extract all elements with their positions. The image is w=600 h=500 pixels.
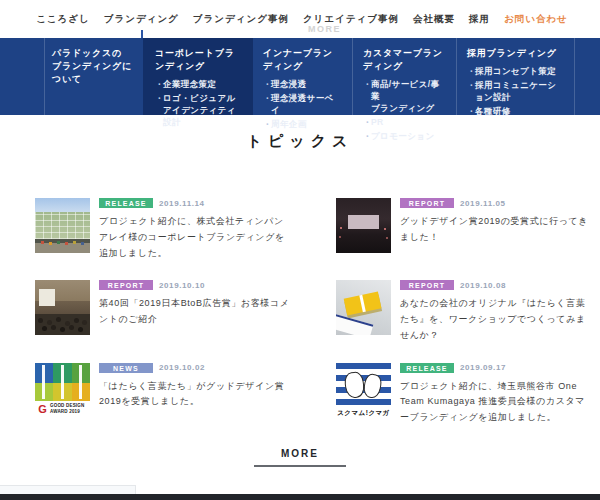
- good-design-award-logo: G GOOD DESIGN AWARD 2019: [37, 402, 90, 417]
- news-body: REPORT 2019.11.05 グッドデザイン賞2019の受賞式に行ってきま…: [400, 198, 592, 246]
- news-item[interactable]: G GOOD DESIGN AWARD 2019 スクマム!クマガヤ REPOR…: [35, 280, 291, 343]
- news-date: 2019.10.02: [159, 363, 205, 372]
- megamenu-item[interactable]: ・ 採用コミュニケーション設計: [467, 80, 564, 104]
- bullet-icon: ・: [467, 106, 475, 118]
- news-thumbnail: G GOOD DESIGN AWARD 2019 スクマム!クマガヤ: [35, 280, 90, 335]
- news-body: REPORT 2019.10.10 第40回「2019日本BtoB広告賞」お客様…: [99, 280, 291, 328]
- bullet-icon: ・: [263, 79, 271, 91]
- news-item[interactable]: G GOOD DESIGN AWARD 2019 スクマム!クマガヤ REPOR…: [336, 280, 592, 343]
- nav-item-label: お問い合わせ: [504, 13, 568, 26]
- megamenu-item[interactable]: ・ 理念浸透: [263, 79, 342, 91]
- megamenu-column-title[interactable]: インナーブランディング: [263, 47, 342, 73]
- bullet-icon: ・: [363, 117, 371, 129]
- news-date: 2019.11.05: [460, 199, 506, 208]
- megamenu-item[interactable]: ・ ロゴ・ビジュアル アイデンティティ設計: [155, 93, 243, 129]
- nav-item-label: 採用: [469, 13, 490, 26]
- bottom-left-panel: [0, 485, 136, 494]
- bullet-icon: ・: [263, 93, 271, 117]
- megamenu-item[interactable]: ・ プロモーション: [363, 131, 446, 143]
- bullet-icon: ・: [263, 119, 271, 131]
- category-badge: REPORT: [400, 280, 454, 290]
- nav-item-6[interactable]: 採用: [469, 0, 490, 38]
- news-item[interactable]: G GOOD DESIGN AWARD 2019 スクマム!クマガヤ RELEA…: [336, 363, 592, 426]
- branding-megamenu: パラドックスの ブランディングについて コーポレートブランディング ・ 企業理念…: [0, 38, 600, 115]
- bullet-icon: ・: [467, 80, 475, 104]
- news-thumbnail: G GOOD DESIGN AWARD 2019 スクマム!クマガヤ: [35, 363, 90, 418]
- megamenu-column: 採用ブランディング ・ 採用コンセプト策定 ・ 採用コミュニケーション設計 ・ …: [457, 38, 575, 115]
- news-item[interactable]: G GOOD DESIGN AWARD 2019 スクマム!クマガヤ REPOR…: [336, 198, 592, 261]
- megamenu-column: カスタマーブランディング ・ 商品/サービス/事業 ブランディング ・ PR ・…: [353, 38, 457, 115]
- megamenu-item[interactable]: ・ 各種研修: [467, 106, 564, 118]
- nav-item-2[interactable]: ブランディング: [104, 0, 179, 38]
- megamenu-item-label: 理念浸透サーベイ: [271, 93, 342, 117]
- megamenu-item-list: ・ 商品/サービス/事業 ブランディング ・ PR ・ プロモーション: [363, 79, 446, 142]
- megamenu-column: パラドックスの ブランディングについて: [45, 38, 143, 115]
- megamenu-column-title[interactable]: 採用ブランディング: [467, 47, 564, 60]
- news-text: 第40回「2019日本BtoB広告賞」お客様コメントのご紹介: [99, 296, 291, 328]
- megamenu-spacer: [0, 38, 45, 115]
- main-nav: こころざし ブランディング ブランディング事例 クリエイティブ事例 会社概要 採…: [0, 0, 600, 38]
- megamenu-column-title[interactable]: コーポレートブランディング: [155, 47, 243, 73]
- nav-item-7[interactable]: お問い合わせ: [504, 0, 568, 38]
- news-thumbnail: G GOOD DESIGN AWARD 2019 スクマム!クマガヤ: [336, 363, 391, 418]
- bullet-icon: ・: [155, 79, 163, 91]
- sukumamu-logo-label: スクマム!クマガヤ: [336, 407, 391, 418]
- top-nav-bar: こころざし ブランディング ブランディング事例 クリエイティブ事例 会社概要 採…: [0, 0, 600, 38]
- megamenu-item[interactable]: ・ 商品/サービス/事業 ブランディング: [363, 79, 446, 115]
- news-item[interactable]: G GOOD DESIGN AWARD 2019 スクマム!クマガヤ NEWS …: [35, 363, 291, 426]
- news-meta: NEWS 2019.10.02: [99, 363, 291, 373]
- news-date: 2019.10.10: [159, 281, 205, 290]
- bullet-icon: ・: [155, 93, 163, 129]
- megamenu-column: インナーブランディング ・ 理念浸透 ・ 理念浸透サーベイ ・ 周年企画: [253, 38, 353, 115]
- good-design-award-label: GOOD DESIGN AWARD 2019: [50, 403, 84, 415]
- megamenu-item[interactable]: ・ PR: [363, 117, 446, 129]
- megamenu-item[interactable]: ・ 企業理念策定: [155, 79, 243, 91]
- category-badge: RELEASE: [400, 363, 454, 373]
- megamenu-column-title[interactable]: パラドックスの ブランディングについて: [52, 47, 133, 86]
- news-body: RELEASE 2019.11.14 プロジェクト紹介に、株式会社ティンパンアレ…: [99, 198, 291, 261]
- page-title: トピックス: [0, 132, 600, 151]
- g-mark-icon: G: [37, 404, 48, 415]
- news-date: 2019.11.14: [159, 199, 205, 208]
- category-badge: REPORT: [400, 198, 454, 208]
- megamenu-column-title[interactable]: カスタマーブランディング: [363, 47, 446, 73]
- megamenu-item-label: プロモーション: [371, 131, 435, 143]
- category-badge: RELEASE: [99, 198, 153, 208]
- megamenu-item-label: 採用コミュニケーション設計: [475, 80, 564, 104]
- nav-item-3[interactable]: ブランディング事例: [193, 0, 289, 38]
- megamenu-item[interactable]: ・ 周年企画: [263, 119, 342, 131]
- nav-item-label: ブランディング: [104, 13, 179, 26]
- nav-more-ghost-label: MORE: [308, 24, 341, 34]
- megamenu-item[interactable]: ・ 採用コンセプト策定: [467, 66, 564, 78]
- footer-bar: [0, 494, 600, 500]
- bullet-icon: ・: [467, 66, 475, 78]
- megamenu-item-label: 周年企画: [271, 119, 307, 131]
- active-nav-indicator: [141, 30, 143, 38]
- news-meta: RELEASE 2019.09.17: [400, 363, 592, 373]
- megamenu-item-label: 商品/サービス/事業 ブランディング: [371, 79, 446, 115]
- news-text: グッドデザイン賞2019の受賞式に行ってきました！: [400, 214, 592, 246]
- megamenu-item[interactable]: ・ 理念浸透サーベイ: [263, 93, 342, 117]
- news-thumbnail: G GOOD DESIGN AWARD 2019 スクマム!クマガヤ: [336, 198, 391, 253]
- bullet-icon: ・: [363, 79, 371, 115]
- news-body: RELEASE 2019.09.17 プロジェクト紹介に、埼玉県熊谷市 One …: [400, 363, 592, 426]
- news-thumbnail: G GOOD DESIGN AWARD 2019 スクマム!クマガヤ: [336, 280, 391, 335]
- megamenu-item-label: 採用コンセプト策定: [475, 66, 556, 78]
- news-item[interactable]: G GOOD DESIGN AWARD 2019 スクマム!クマガヤ RELEA…: [35, 198, 291, 261]
- more-button[interactable]: MORE: [254, 448, 346, 467]
- nav-item-1[interactable]: こころざし: [36, 0, 90, 38]
- news-body: REPORT 2019.10.08 あなたの会社のオリジナル『はたらく言葉たち』…: [400, 280, 592, 343]
- nav-item-5[interactable]: 会社概要: [413, 0, 455, 38]
- news-grid: G GOOD DESIGN AWARD 2019 スクマム!クマガヤ RELEA…: [35, 198, 592, 426]
- news-meta: REPORT 2019.10.10: [99, 280, 291, 290]
- nav-item-label: こころざし: [36, 13, 90, 26]
- bullet-icon: ・: [363, 131, 371, 143]
- news-meta: RELEASE 2019.11.14: [99, 198, 291, 208]
- category-badge: REPORT: [99, 280, 153, 290]
- megamenu-item-list: ・ 理念浸透 ・ 理念浸透サーベイ ・ 周年企画: [263, 79, 342, 131]
- news-meta: REPORT 2019.10.08: [400, 280, 592, 290]
- news-text: プロジェクト紹介に、株式会社ティンパンアレイ様のコーポレートブランディングを追加…: [99, 214, 291, 261]
- nav-item-label: 会社概要: [413, 13, 455, 26]
- news-text: プロジェクト紹介に、埼玉県熊谷市 One Team Kumagaya 推進委員会…: [400, 379, 592, 426]
- news-text: 「はたらく言葉たち」がグッドデザイン賞2019を受賞しました。: [99, 379, 291, 411]
